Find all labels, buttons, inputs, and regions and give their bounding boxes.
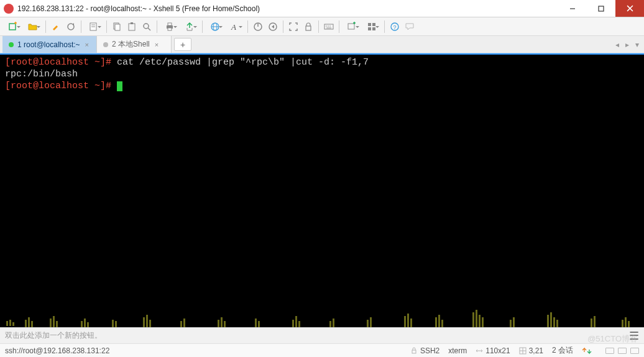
svg-rect-1	[599, 6, 604, 11]
tab-session-2[interactable]: 2 本地Shell ×	[97, 36, 172, 53]
toolbar-separator	[247, 20, 248, 33]
svg-rect-70	[333, 319, 334, 327]
svg-rect-85	[547, 315, 549, 327]
svg-rect-46	[28, 317, 30, 327]
command-text: cat /etc/passwd |grep "^rpc\b" |cut -d: …	[117, 57, 369, 68]
main-toolbar: A ?	[0, 17, 644, 36]
font-button[interactable]: A	[226, 20, 244, 34]
svg-rect-27	[306, 26, 311, 30]
toolbar-separator	[45, 20, 46, 33]
svg-point-29	[326, 25, 327, 27]
prompt: [root@localhost ~]#	[5, 81, 117, 91]
svg-line-16	[148, 28, 150, 30]
tab-label: 2 本地Shell	[112, 39, 150, 50]
toolbar-separator	[283, 20, 283, 33]
print-button[interactable]	[160, 20, 179, 34]
add-tab-button[interactable]: +	[174, 38, 191, 51]
highlight-button[interactable]	[49, 20, 63, 34]
minimize-button[interactable]	[558, 0, 587, 17]
svg-rect-4	[9, 24, 16, 30]
session-tabbar: 1 root@localhost:~ × 2 本地Shell × + ◂ ▸ ▾	[0, 36, 644, 53]
tab-close-button[interactable]: ×	[84, 41, 90, 48]
svg-point-31	[329, 25, 331, 27]
svg-rect-51	[81, 321, 83, 327]
svg-rect-44	[12, 322, 14, 326]
svg-rect-78	[441, 320, 443, 327]
svg-rect-37	[372, 23, 375, 26]
status-cursor-pos: 3,21	[519, 346, 543, 355]
window-title: 192.168.238.131:22 - root@localhost:~ - …	[17, 4, 558, 13]
tab-scroll-left[interactable]: ◂	[613, 39, 622, 50]
svg-rect-57	[146, 315, 148, 327]
caps-lock-indicator	[605, 348, 614, 354]
svg-rect-89	[591, 319, 592, 327]
tab-close-button[interactable]: ×	[154, 41, 160, 48]
num-lock-indicator	[618, 348, 627, 354]
svg-rect-39	[372, 27, 375, 30]
lock-icon	[410, 347, 418, 355]
tab-scroll-right[interactable]: ▸	[623, 39, 632, 50]
status-caps-indicators	[605, 348, 639, 354]
svg-rect-48	[50, 319, 52, 327]
keyboard-button[interactable]	[322, 20, 336, 34]
maximize-button[interactable]	[587, 0, 615, 17]
new-session-button[interactable]	[4, 20, 22, 34]
svg-rect-87	[553, 317, 555, 327]
help-button[interactable]: ?	[388, 20, 402, 34]
disconnect-button[interactable]	[251, 20, 265, 34]
svg-rect-83	[510, 320, 512, 327]
copy-button[interactable]	[110, 20, 124, 34]
svg-rect-92	[625, 317, 627, 327]
svg-rect-79	[472, 312, 474, 327]
output-line: rpc:/bin/bash	[5, 69, 78, 79]
svg-rect-33	[348, 24, 354, 29]
svg-rect-60	[183, 319, 185, 327]
svg-rect-64	[255, 319, 257, 327]
svg-rect-80	[476, 310, 477, 327]
properties-button[interactable]	[85, 20, 103, 34]
svg-rect-63	[224, 321, 226, 327]
status-connection-url: ssh://root@192.168.238.131:22	[5, 346, 402, 355]
connect-button[interactable]	[266, 20, 280, 34]
size-icon	[476, 347, 483, 355]
paste-button[interactable]	[125, 20, 139, 34]
chat-button[interactable]	[403, 20, 416, 34]
svg-rect-62	[221, 317, 223, 327]
toolbar-separator	[157, 20, 157, 33]
svg-rect-18	[168, 23, 172, 25]
svg-text:?: ?	[393, 24, 397, 30]
tile-button[interactable]	[362, 20, 381, 34]
close-button[interactable]	[615, 0, 644, 17]
terminal-area[interactable]: [root@localhost ~]# cat /etc/passwd |gre…	[0, 53, 644, 327]
svg-rect-36	[368, 23, 371, 26]
svg-rect-67	[295, 316, 297, 327]
svg-rect-53	[87, 322, 89, 327]
svg-rect-73	[404, 316, 406, 327]
svg-rect-19	[168, 28, 172, 30]
svg-point-30	[328, 25, 329, 27]
find-button[interactable]	[140, 20, 154, 34]
terminal-cursor	[117, 81, 122, 91]
new-window-button[interactable]	[343, 20, 361, 34]
quick-command-bar[interactable]: 双击此处添加一个新的按钮。 ☰	[0, 327, 644, 343]
tab-list-dropdown[interactable]: ▾	[633, 39, 642, 50]
svg-rect-45	[25, 320, 27, 327]
status-bar: ssh://root@192.168.238.131:22 SSH2 xterm…	[0, 343, 644, 357]
encoding-button[interactable]	[206, 20, 224, 34]
svg-rect-61	[218, 320, 219, 327]
status-sessions: 2 会话	[552, 345, 573, 356]
tab-session-1[interactable]: 1 root@localhost:~ ×	[2, 36, 97, 53]
lock-button[interactable]	[301, 20, 315, 34]
svg-rect-43	[9, 320, 11, 326]
open-button[interactable]	[24, 20, 42, 34]
hintbar-menu-icon[interactable]: ☰	[629, 329, 639, 343]
fullscreen-button[interactable]	[287, 20, 300, 34]
svg-rect-12	[115, 24, 120, 30]
window-titlebar: 192.168.238.131:22 - root@localhost:~ - …	[0, 0, 644, 17]
svg-point-15	[144, 24, 149, 29]
transfer-button[interactable]	[180, 20, 199, 34]
svg-rect-75	[410, 319, 412, 327]
reconnect-button[interactable]	[64, 20, 78, 34]
svg-rect-14	[131, 22, 133, 24]
svg-rect-81	[479, 315, 481, 327]
